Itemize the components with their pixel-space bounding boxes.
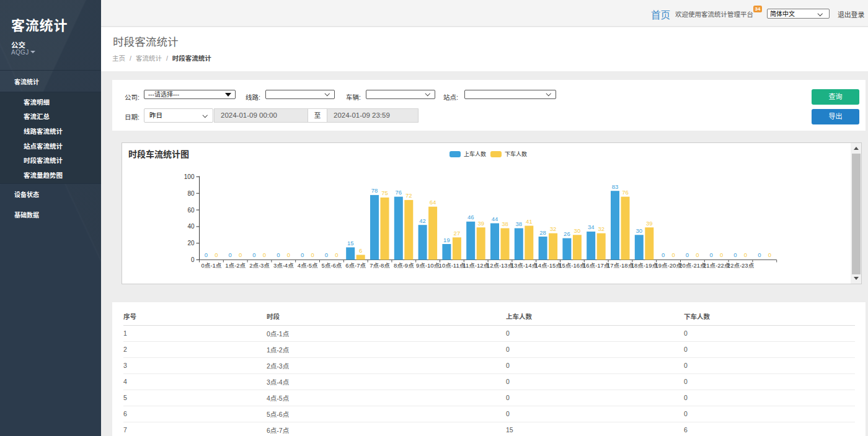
svg-text:72: 72: [405, 192, 412, 199]
svg-text:80: 80: [187, 190, 195, 196]
svg-text:0: 0: [758, 251, 761, 258]
svg-text:20点-21点: 20点-21点: [679, 262, 706, 269]
svg-text:0: 0: [325, 251, 328, 258]
svg-text:0: 0: [733, 251, 737, 258]
svg-text:5点-6点: 5点-6点: [322, 262, 342, 269]
svg-text:3点-4点: 3点-4点: [273, 262, 294, 269]
svg-text:34: 34: [588, 224, 595, 230]
svg-text:0: 0: [277, 251, 280, 258]
svg-text:15点-16点: 15点-16点: [559, 262, 586, 269]
svg-text:2点-3点: 2点-3点: [249, 262, 270, 269]
svg-text:26: 26: [564, 230, 570, 237]
svg-text:14点-15点: 14点-15点: [534, 262, 562, 269]
svg-text:19点-20点: 19点-20点: [655, 262, 682, 269]
svg-text:0: 0: [671, 251, 675, 258]
svg-text:21点-22点: 21点-22点: [703, 262, 730, 269]
svg-text:0: 0: [287, 251, 290, 258]
svg-text:20: 20: [187, 240, 195, 246]
svg-text:38: 38: [516, 220, 523, 227]
svg-text:1点-2点: 1点-2点: [225, 262, 246, 269]
svg-text:18点-19点: 18点-19点: [631, 262, 658, 269]
svg-text:0: 0: [696, 251, 699, 258]
svg-text:0: 0: [720, 251, 723, 258]
svg-text:46: 46: [467, 214, 474, 220]
svg-text:32: 32: [598, 225, 604, 232]
svg-text:0: 0: [191, 256, 195, 263]
svg-text:19: 19: [443, 236, 450, 243]
svg-text:11点-12点: 11点-12点: [463, 262, 489, 269]
svg-text:0: 0: [335, 251, 338, 258]
svg-text:0: 0: [768, 251, 771, 258]
svg-text:9点-10点: 9点-10点: [416, 262, 440, 269]
svg-text:100: 100: [184, 173, 195, 180]
svg-text:38: 38: [502, 220, 508, 227]
svg-text:13点-14点: 13点-14点: [511, 262, 538, 269]
svg-text:39: 39: [646, 219, 653, 226]
svg-text:0: 0: [263, 251, 266, 258]
svg-text:0: 0: [710, 251, 713, 258]
svg-text:0: 0: [311, 251, 314, 258]
svg-text:41: 41: [526, 218, 533, 225]
svg-text:7点-8点: 7点-8点: [370, 262, 390, 269]
svg-text:0: 0: [215, 251, 218, 258]
svg-text:28: 28: [539, 229, 546, 235]
svg-text:64: 64: [430, 199, 436, 206]
svg-text:30: 30: [574, 227, 581, 233]
svg-text:0: 0: [229, 251, 232, 258]
svg-text:76: 76: [396, 189, 402, 196]
svg-text:32: 32: [550, 225, 557, 232]
svg-text:8点-9点: 8点-9点: [394, 262, 414, 269]
svg-text:0: 0: [301, 251, 304, 258]
svg-text:16点-17点: 16点-17点: [583, 262, 610, 269]
svg-text:40: 40: [187, 223, 195, 230]
svg-text:0: 0: [239, 251, 242, 258]
svg-text:0: 0: [686, 251, 689, 258]
svg-text:0: 0: [205, 251, 208, 258]
svg-text:6: 6: [359, 247, 362, 254]
svg-text:15: 15: [347, 239, 354, 246]
svg-text:0: 0: [662, 251, 665, 258]
svg-text:6点-7点: 6点-7点: [345, 262, 366, 269]
svg-text:22点-23点: 22点-23点: [727, 262, 755, 269]
svg-text:44: 44: [492, 216, 498, 222]
svg-text:10点-11点: 10点-11点: [439, 262, 466, 269]
svg-text:83: 83: [612, 183, 619, 190]
svg-text:78: 78: [371, 187, 378, 194]
svg-text:17点-18点: 17点-18点: [607, 262, 634, 269]
svg-text:75: 75: [381, 190, 388, 196]
svg-text:42: 42: [419, 217, 426, 224]
svg-text:0: 0: [744, 251, 747, 258]
svg-text:39: 39: [477, 219, 484, 226]
svg-text:30: 30: [636, 227, 643, 233]
svg-text:0: 0: [252, 251, 255, 258]
svg-text:12点-13点: 12点-13点: [487, 262, 514, 269]
svg-text:76: 76: [622, 189, 629, 196]
svg-text:4点-5点: 4点-5点: [298, 262, 318, 269]
svg-text:60: 60: [187, 206, 195, 213]
svg-text:27: 27: [454, 229, 461, 236]
svg-text:0点-1点: 0点-1点: [202, 262, 222, 269]
